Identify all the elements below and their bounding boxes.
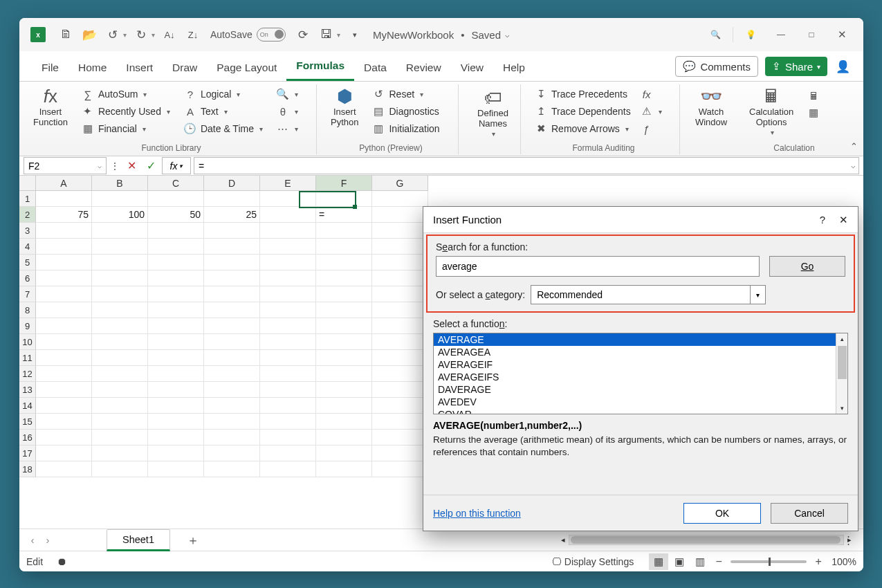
- fill-handle-icon[interactable]: [353, 205, 357, 209]
- cell[interactable]: [36, 461, 92, 477]
- cell[interactable]: [372, 239, 428, 255]
- cell[interactable]: [316, 350, 372, 366]
- tab-page-layout[interactable]: Page Layout: [207, 56, 286, 81]
- cell[interactable]: [316, 270, 372, 286]
- qat-customize-icon[interactable]: ▾: [344, 24, 365, 45]
- trace-precedents-button[interactable]: ↧Trace Precedents: [532, 86, 634, 102]
- cell[interactable]: [36, 414, 92, 430]
- cell[interactable]: [372, 207, 428, 223]
- cell[interactable]: [36, 223, 92, 239]
- cell[interactable]: [148, 255, 204, 270]
- cell[interactable]: 100: [92, 207, 148, 223]
- cell[interactable]: [260, 318, 316, 334]
- cell[interactable]: [316, 398, 372, 414]
- remove-arrows-button[interactable]: ✖Remove Arrows▾: [532, 120, 634, 137]
- trace-dependents-button[interactable]: ↥Trace Dependents: [532, 103, 634, 120]
- cell[interactable]: [372, 445, 428, 461]
- scroll-up-icon[interactable]: ▴: [840, 333, 844, 344]
- cell[interactable]: [92, 430, 148, 445]
- column-header[interactable]: D: [204, 176, 260, 191]
- add-sheet-icon[interactable]: ＋: [187, 532, 199, 549]
- math-button[interactable]: θ▾: [274, 103, 301, 120]
- row-header[interactable]: 1: [19, 191, 36, 207]
- cell[interactable]: [148, 318, 204, 334]
- formula-cancel-icon[interactable]: ✕: [122, 156, 141, 175]
- cell[interactable]: [372, 223, 428, 239]
- normal-view-icon[interactable]: ▦: [649, 553, 668, 570]
- cell[interactable]: 25: [204, 207, 260, 223]
- cell[interactable]: [148, 414, 204, 430]
- row-header[interactable]: 9: [19, 318, 36, 334]
- cell[interactable]: [92, 445, 148, 461]
- diagnostics-button[interactable]: ▤Diagnostics: [369, 103, 442, 120]
- row-header[interactable]: 11: [19, 350, 36, 366]
- cell[interactable]: [92, 382, 148, 398]
- financial-button[interactable]: ▦Financial▾: [79, 120, 173, 137]
- cell[interactable]: [372, 255, 428, 270]
- row-header[interactable]: 5: [19, 255, 36, 270]
- cell[interactable]: [372, 270, 428, 286]
- tab-data[interactable]: Data: [354, 56, 396, 81]
- cell[interactable]: [372, 430, 428, 445]
- open-file-icon[interactable]: 📂: [79, 24, 100, 45]
- cell[interactable]: 75: [36, 207, 92, 223]
- undo-more-icon[interactable]: ▾: [123, 31, 127, 39]
- cell[interactable]: [36, 239, 92, 255]
- lightbulb-icon[interactable]: 💡: [736, 23, 765, 46]
- cell[interactable]: [36, 255, 92, 270]
- cell[interactable]: =: [316, 207, 372, 223]
- cell[interactable]: [204, 414, 260, 430]
- column-header[interactable]: C: [148, 176, 204, 191]
- date-time-button[interactable]: 🕒Date & Time▾: [181, 120, 266, 137]
- cell[interactable]: [148, 191, 204, 207]
- cell[interactable]: [36, 445, 92, 461]
- error-checking-button[interactable]: ⚠▾: [638, 103, 665, 120]
- cell[interactable]: [92, 318, 148, 334]
- sheet-tab[interactable]: Sheet1: [107, 529, 170, 551]
- row-header[interactable]: 12: [19, 366, 36, 382]
- cell[interactable]: [372, 414, 428, 430]
- cell[interactable]: [204, 286, 260, 302]
- insert-function-button[interactable]: fx Insert Function: [26, 84, 75, 138]
- ok-button[interactable]: OK: [683, 503, 761, 524]
- cell[interactable]: [36, 398, 92, 414]
- cell[interactable]: [204, 350, 260, 366]
- insert-python-button[interactable]: ⬢ Insert Python: [324, 84, 365, 138]
- display-settings-button[interactable]: 🖵 Display Settings: [552, 556, 634, 567]
- cell[interactable]: [36, 270, 92, 286]
- sheet-nav-prev-icon[interactable]: ‹: [25, 533, 40, 548]
- cell[interactable]: [316, 255, 372, 270]
- cell[interactable]: [36, 430, 92, 445]
- search-icon[interactable]: 🔍: [701, 23, 730, 46]
- cell[interactable]: [36, 191, 92, 207]
- maximize-icon[interactable]: □: [797, 23, 826, 46]
- cell[interactable]: [204, 255, 260, 270]
- cell[interactable]: [260, 414, 316, 430]
- cell[interactable]: [92, 270, 148, 286]
- redo-icon[interactable]: ↻: [131, 24, 151, 45]
- minimize-icon[interactable]: —: [766, 23, 796, 46]
- cell[interactable]: [148, 382, 204, 398]
- scroll-left-icon[interactable]: ◂: [558, 535, 569, 546]
- cell[interactable]: [260, 398, 316, 414]
- cell[interactable]: [316, 382, 372, 398]
- cell[interactable]: [204, 366, 260, 382]
- cell[interactable]: [260, 382, 316, 398]
- cell[interactable]: [260, 461, 316, 477]
- cell[interactable]: [148, 350, 204, 366]
- cell[interactable]: [260, 239, 316, 255]
- cancel-button[interactable]: Cancel: [771, 503, 848, 524]
- cell[interactable]: [148, 461, 204, 477]
- defined-names-button[interactable]: 🏷 Defined Names▾: [466, 84, 520, 138]
- fx-button[interactable]: fx ▾: [162, 157, 191, 174]
- calculate-now-button[interactable]: 🖩: [805, 87, 823, 104]
- cell[interactable]: [316, 334, 372, 350]
- comments-button[interactable]: 💬 Comments: [675, 56, 758, 77]
- row-header[interactable]: 15: [19, 414, 36, 430]
- cell[interactable]: [92, 223, 148, 239]
- autosum-button[interactable]: ∑AutoSum▾: [79, 86, 173, 102]
- row-header[interactable]: 16: [19, 430, 36, 445]
- function-list-item[interactable]: AVERAGEA: [434, 346, 847, 358]
- cell[interactable]: [204, 430, 260, 445]
- cell[interactable]: [148, 286, 204, 302]
